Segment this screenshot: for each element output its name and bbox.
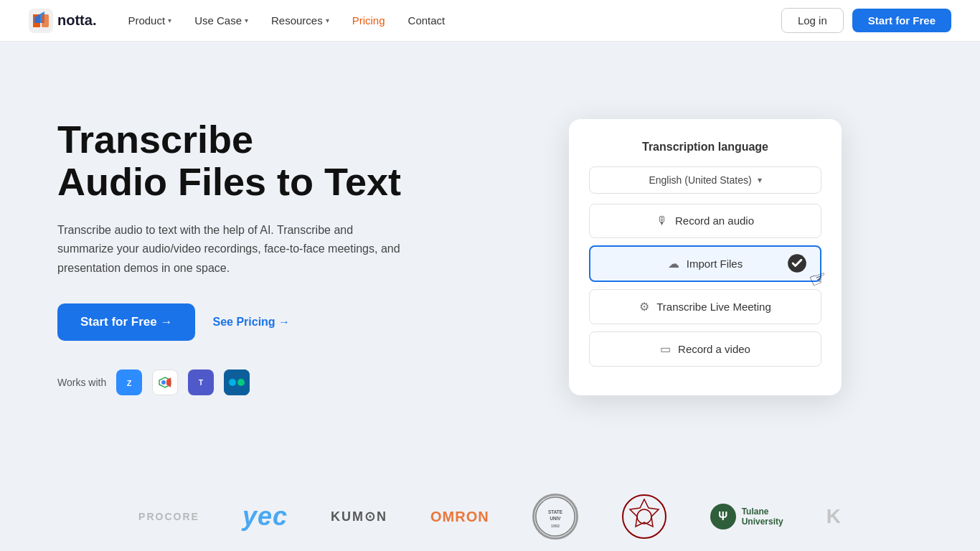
live-meeting-label: Transcribe Live Meeting (656, 301, 771, 313)
navbar: notta. Product ▾ Use Case ▾ Resources ▾ … (0, 0, 980, 42)
hero-left: Transcribe Audio Files to Text Transcrib… (57, 118, 459, 395)
transcription-widget: Transcription language English (United S… (569, 119, 842, 395)
logo-text: notta. (57, 12, 96, 29)
brand-omron: OMRON (430, 509, 489, 525)
language-value: English (United States) (649, 174, 751, 186)
svg-point-5 (161, 380, 166, 385)
hero-title: Transcribe Audio Files to Text (57, 118, 459, 204)
import-files-label: Import Files (687, 258, 743, 270)
start-free-nav-button[interactable]: Start for Free (852, 9, 951, 32)
live-meeting-option[interactable]: ⚙ Transcribe Live Meeting (589, 289, 821, 324)
nav-label-contact: Contact (408, 14, 446, 27)
nav-item-contact[interactable]: Contact (398, 9, 456, 32)
brand-university2 (621, 494, 667, 540)
svg-point-10 (237, 379, 245, 386)
nav-item-usecase[interactable]: Use Case ▾ (184, 9, 258, 32)
brand-tulane: Ψ Tulane University (710, 504, 783, 529)
import-files-wrap: ☁ Import Files ☞ (589, 245, 821, 282)
language-selector[interactable]: English (United States) ▾ (589, 166, 821, 194)
logo[interactable]: notta. (29, 9, 96, 33)
brands-track: PROCORE yec KUM⊙N OMRON STATE UNIV 1892 … (57, 494, 923, 540)
hero-actions: Start for Free → See Pricing → (57, 303, 459, 341)
record-audio-label: Record an audio (675, 215, 754, 227)
nav-item-resources[interactable]: Resources ▾ (261, 9, 339, 32)
svg-text:STATE: STATE (548, 509, 562, 514)
cursor-icon: ☞ (806, 264, 831, 293)
brand-university1: STATE UNIV 1892 (532, 494, 578, 540)
nav-label-resources: Resources (271, 14, 323, 27)
nav-label-pricing: Pricing (352, 14, 385, 27)
nav-actions: Log in Start for Free (781, 8, 951, 33)
works-with-label: Works with (57, 377, 106, 388)
nav-links: Product ▾ Use Case ▾ Resources ▾ Pricing… (118, 9, 781, 32)
zoom-icon: Z (116, 369, 142, 395)
chevron-icon: ▾ (326, 17, 329, 24)
svg-text:T: T (199, 379, 203, 387)
svg-point-16 (637, 509, 651, 524)
widget-title: Transcription language (589, 141, 821, 154)
nav-label-product: Product (128, 14, 165, 27)
record-audio-option[interactable]: 🎙 Record an audio (589, 204, 821, 238)
brands-section: PROCORE yec KUM⊙N OMRON STATE UNIV 1892 … (0, 472, 980, 551)
mic-icon: 🎙 (656, 215, 668, 227)
record-video-option[interactable]: ▭ Record a video (589, 331, 821, 367)
record-video-label: Record a video (678, 343, 750, 355)
svg-text:UNIV: UNIV (550, 516, 561, 521)
nav-label-usecase: Use Case (194, 14, 242, 27)
hero-right: Transcription language English (United S… (488, 119, 923, 395)
nav-item-product[interactable]: Product ▾ (118, 9, 182, 32)
hero-section: Transcribe Audio Files to Text Transcrib… (0, 42, 980, 472)
import-files-option[interactable]: ☁ Import Files ☞ (589, 245, 821, 282)
hero-title-line1: Transcribe (57, 118, 253, 161)
tulane-text: Tulane University (742, 507, 783, 527)
svg-rect-8 (224, 369, 250, 395)
video-icon: ▭ (660, 342, 671, 356)
start-free-hero-button[interactable]: Start for Free → (57, 303, 195, 341)
cloud-icon: ☁ (668, 257, 679, 270)
see-pricing-link[interactable]: See Pricing → (212, 316, 290, 329)
ms-teams-icon: T (188, 369, 214, 395)
lang-chevron-icon: ▾ (758, 175, 762, 185)
nav-item-pricing[interactable]: Pricing (342, 9, 395, 32)
brand-procore: PROCORE (138, 511, 199, 522)
svg-text:1892: 1892 (551, 524, 560, 528)
svg-text:Z: Z (127, 379, 132, 387)
works-with-section: Works with Z T (57, 369, 459, 395)
chevron-icon: ▾ (168, 17, 171, 24)
webex-icon (224, 369, 250, 395)
meeting-icon: ⚙ (639, 300, 649, 314)
hero-description: Transcribe audio to text with the help o… (57, 221, 402, 278)
google-meet-icon (152, 369, 178, 395)
brand-k: K (826, 505, 842, 528)
login-button[interactable]: Log in (781, 8, 844, 33)
svg-point-9 (229, 379, 236, 386)
brand-kumon: KUM⊙N (331, 509, 387, 524)
brand-yec: yec (242, 501, 288, 532)
chevron-icon: ▾ (245, 17, 248, 24)
hero-title-line2: Audio Files to Text (57, 160, 401, 203)
svg-point-15 (623, 495, 666, 538)
svg-rect-1 (42, 14, 49, 27)
tulane-symbol: Ψ (710, 504, 736, 529)
